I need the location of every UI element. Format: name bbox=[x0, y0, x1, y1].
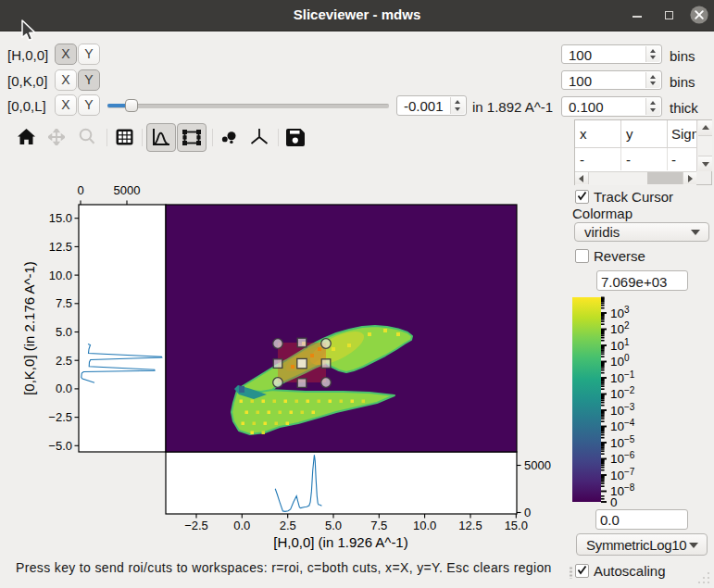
svg-text:10−2: 10−2 bbox=[610, 385, 635, 401]
svg-text:100: 100 bbox=[610, 353, 630, 369]
svg-text:[H,0,0] (in 1.926 A^-1): [H,0,0] (in 1.926 A^-1) bbox=[273, 534, 407, 550]
svg-text:15.0: 15.0 bbox=[49, 211, 72, 225]
svg-text:10−7: 10−7 bbox=[610, 467, 635, 482]
svg-text:5.0: 5.0 bbox=[56, 325, 72, 339]
svg-text:0.0: 0.0 bbox=[233, 519, 250, 532]
svg-text:12.5: 12.5 bbox=[458, 519, 482, 532]
svg-text:−5.0: −5.0 bbox=[48, 439, 72, 453]
svg-text:15.0: 15.0 bbox=[505, 519, 528, 532]
svg-text:10−6: 10−6 bbox=[610, 450, 635, 466]
svg-text:5000: 5000 bbox=[524, 458, 551, 472]
svg-text:103: 103 bbox=[610, 305, 630, 320]
svg-text:0.0: 0.0 bbox=[56, 382, 72, 395]
svg-text:101: 101 bbox=[610, 337, 630, 353]
svg-text:10−1: 10−1 bbox=[610, 369, 635, 385]
svg-text:2.5: 2.5 bbox=[56, 354, 72, 368]
svg-text:−2.5: −2.5 bbox=[184, 519, 208, 532]
svg-text:102: 102 bbox=[610, 320, 630, 336]
svg-text:−2.5: −2.5 bbox=[48, 410, 72, 424]
svg-text:[0,K,0] (in 2.176 A^-1): [0,K,0] (in 2.176 A^-1) bbox=[21, 261, 37, 395]
svg-text:0: 0 bbox=[524, 506, 531, 519]
svg-text:0: 0 bbox=[610, 495, 618, 508]
svg-text:2.5: 2.5 bbox=[280, 519, 296, 532]
svg-text:0: 0 bbox=[77, 183, 83, 197]
svg-text:5.0: 5.0 bbox=[325, 519, 342, 532]
svg-text:12.5: 12.5 bbox=[49, 240, 72, 254]
svg-text:5000: 5000 bbox=[114, 183, 141, 197]
svg-text:7.5: 7.5 bbox=[56, 296, 72, 310]
svg-text:7.5: 7.5 bbox=[370, 519, 387, 532]
svg-text:10−4: 10−4 bbox=[610, 418, 635, 433]
svg-text:10.0: 10.0 bbox=[413, 519, 436, 532]
svg-text:10−5: 10−5 bbox=[610, 434, 635, 450]
svg-text:10−3: 10−3 bbox=[610, 402, 635, 418]
svg-text:10.0: 10.0 bbox=[49, 269, 72, 282]
